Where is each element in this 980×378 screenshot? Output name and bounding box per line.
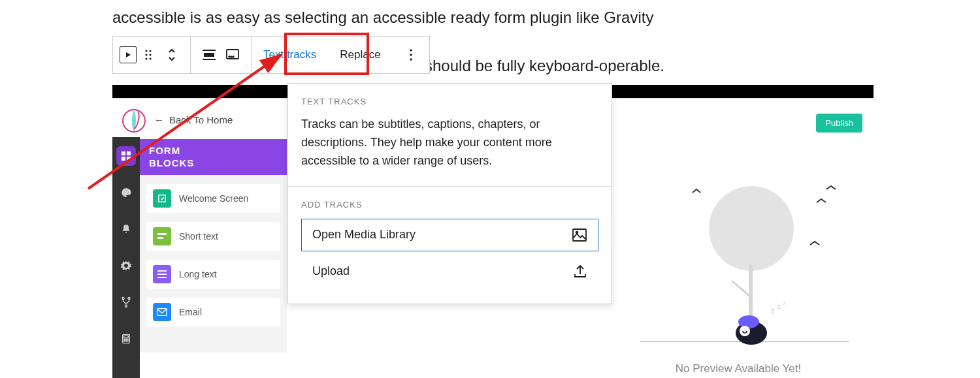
- svg-rect-1: [122, 151, 125, 155]
- align-icon[interactable]: [197, 43, 221, 67]
- svg-point-44: [229, 56, 230, 57]
- back-arrow-icon: ←: [154, 114, 164, 125]
- left-icon-rail: [112, 137, 140, 378]
- svg-text:z: z: [771, 306, 775, 315]
- svg-point-38: [145, 57, 147, 59]
- back-to-home-label: Back To Home: [169, 114, 233, 125]
- svg-point-37: [149, 54, 151, 55]
- svg-rect-20: [157, 274, 167, 275]
- svg-rect-16: [159, 195, 166, 202]
- svg-point-47: [410, 49, 412, 51]
- crop-icon[interactable]: [221, 43, 244, 67]
- block-item-long-text[interactable]: Long text: [146, 260, 280, 289]
- svg-point-49: [410, 58, 412, 60]
- block-icon: [153, 227, 171, 245]
- svg-text:z: z: [777, 303, 781, 310]
- svg-point-52: [576, 231, 578, 233]
- svg-point-31: [738, 315, 759, 328]
- app-logo: [121, 108, 147, 134]
- text-tracks-button[interactable]: Text tracks: [252, 37, 328, 73]
- form-blocks-list: Welcome Screen Short text Long text Emai…: [140, 175, 287, 353]
- svg-rect-41: [204, 53, 214, 57]
- svg-point-14: [125, 341, 126, 341]
- back-to-home-link[interactable]: ← Back To Home: [154, 114, 233, 125]
- drag-handle-icon[interactable]: [137, 43, 160, 67]
- text-tracks-dropdown: TEXT TRACKS Tracks can be subtitles, cap…: [287, 83, 612, 304]
- svg-rect-19: [157, 270, 167, 272]
- publish-button[interactable]: Publish: [816, 114, 862, 133]
- block-item-label: Short text: [179, 231, 218, 242]
- more-options-icon[interactable]: [399, 43, 423, 67]
- block-type-video-icon[interactable]: [120, 46, 137, 63]
- dropdown-section-label: TEXT TRACKS: [301, 97, 598, 106]
- svg-point-32: [740, 326, 750, 336]
- svg-point-46: [233, 56, 234, 57]
- image-icon: [572, 228, 587, 242]
- rail-gear-icon[interactable]: [116, 256, 136, 276]
- svg-marker-33: [126, 52, 131, 57]
- svg-point-34: [145, 50, 147, 52]
- svg-point-15: [127, 341, 128, 341]
- block-item-welcome-screen[interactable]: Welcome Screen: [146, 184, 280, 213]
- move-up-down-icon[interactable]: [160, 43, 184, 67]
- svg-rect-22: [157, 309, 167, 316]
- svg-point-48: [410, 54, 412, 55]
- svg-point-23: [709, 186, 794, 271]
- dropdown-description: Tracks can be subtitles, captions, chapt…: [301, 116, 598, 170]
- svg-point-36: [145, 54, 147, 55]
- block-icon: [153, 303, 171, 321]
- upload-icon: [573, 264, 587, 279]
- block-item-label: Welcome Screen: [179, 193, 248, 204]
- svg-rect-18: [157, 237, 163, 239]
- rail-calculator-icon[interactable]: [116, 329, 136, 349]
- block-item-email[interactable]: Email: [146, 298, 280, 326]
- rail-bell-icon[interactable]: [116, 219, 136, 239]
- svg-rect-3: [122, 157, 125, 161]
- block-item-label: Long text: [179, 269, 217, 279]
- svg-point-12: [127, 339, 128, 339]
- svg-point-6: [128, 298, 130, 300]
- svg-rect-42: [203, 59, 216, 60]
- upload-option[interactable]: Upload: [301, 255, 598, 288]
- block-toolbar: Text tracks Replace: [112, 36, 430, 74]
- block-icon: [153, 265, 171, 283]
- svg-point-39: [149, 57, 151, 59]
- svg-point-10: [124, 339, 125, 339]
- svg-rect-9: [124, 336, 129, 338]
- svg-rect-17: [157, 233, 167, 235]
- svg-rect-4: [127, 157, 131, 161]
- rail-blocks-icon[interactable]: [116, 146, 136, 166]
- svg-point-45: [231, 56, 232, 57]
- svg-rect-21: [157, 277, 167, 278]
- svg-line-25: [732, 281, 751, 297]
- svg-rect-40: [203, 50, 216, 51]
- dropdown-section-label: ADD TRACKS: [301, 200, 598, 210]
- svg-point-35: [149, 50, 151, 52]
- block-icon: [153, 189, 171, 208]
- block-item-label: Email: [179, 307, 202, 317]
- form-blocks-panel-header: FORM BLOCKS: [140, 139, 287, 175]
- preview-caption: No Preview Available Yet!: [614, 362, 862, 375]
- svg-rect-51: [573, 229, 586, 241]
- svg-point-13: [124, 341, 125, 341]
- svg-point-7: [125, 306, 127, 307]
- rail-palette-icon[interactable]: [116, 183, 136, 202]
- replace-button[interactable]: Replace: [328, 37, 392, 73]
- svg-point-5: [122, 298, 124, 300]
- svg-text:z: z: [783, 300, 785, 306]
- block-item-short-text[interactable]: Short text: [146, 222, 280, 251]
- rail-branch-icon[interactable]: [116, 292, 136, 312]
- preview-panel: z z z No Preview Available Yet!: [614, 166, 862, 375]
- svg-point-11: [125, 339, 126, 339]
- open-media-library-option[interactable]: Open Media Library: [301, 219, 598, 251]
- svg-rect-2: [127, 151, 131, 155]
